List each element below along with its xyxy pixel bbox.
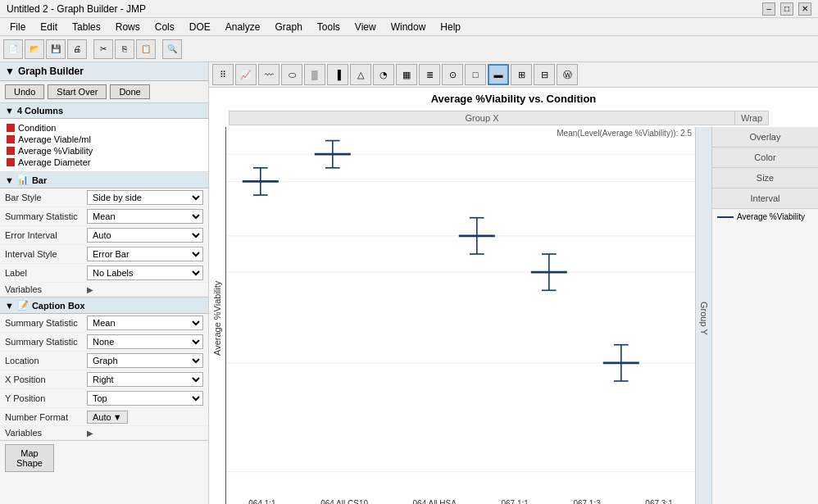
y-position-value[interactable]: Top Bottom Center xyxy=(87,391,203,406)
x-position-label: X Position xyxy=(5,375,87,384)
ellipse-btn[interactable]: ⬭ xyxy=(281,64,302,85)
left-panel: ▼ Graph Builder Undo Start Over Done ▼ 4… xyxy=(0,62,209,504)
close-btn[interactable]: ✕ xyxy=(798,2,811,16)
variables-row: Variables ▶ xyxy=(0,283,208,297)
error-interval-value[interactable]: Auto None Std Dev xyxy=(87,228,203,243)
contour-btn[interactable]: ⊙ xyxy=(442,64,463,85)
col-label-avg-diameter: Average Diameter xyxy=(18,157,90,167)
menu-item-edit[interactable]: Edit xyxy=(34,20,64,34)
scatter-btn[interactable]: ⠿ xyxy=(212,64,234,85)
x-position-value[interactable]: Right Left Center xyxy=(87,372,203,387)
group-x-wrap-row: Group X Wrap xyxy=(229,111,769,125)
graph-builder-header: ▼ Graph Builder xyxy=(0,62,208,81)
col-icon-avg-diameter xyxy=(7,158,15,166)
graph-toolbar: ⠿ 📈 〰 ⬭ ▒ ▐ △ ◔ ▦ ≣ ⊙ □ ▬ ⊞ ⊟ Ⓦ xyxy=(209,62,818,88)
map-shape-button[interactable]: MapShape xyxy=(5,444,54,472)
interval-style-value[interactable]: Error Bar Line Band xyxy=(87,247,203,261)
summary-statistic-value[interactable]: Mean Median Sum xyxy=(87,209,203,224)
y-position-select[interactable]: Top Bottom Center xyxy=(87,391,203,406)
x-tick-2: 064 All HSA xyxy=(413,499,457,504)
col-label-condition: Condition xyxy=(18,123,56,133)
chart-title: Average %Viability vs. Condition xyxy=(209,88,818,107)
group-x-label: Group X xyxy=(229,111,735,125)
overlay-button[interactable]: Overlay xyxy=(712,127,818,148)
menu-item-tables[interactable]: Tables xyxy=(66,20,107,34)
caption-summary2-value[interactable]: None Mean xyxy=(87,334,203,349)
line-btn[interactable]: 📈 xyxy=(235,64,257,85)
interval-button[interactable]: Interval xyxy=(712,188,818,209)
maximize-btn[interactable]: □ xyxy=(780,2,793,16)
bar-style-select[interactable]: Side by side Stacked Clustered xyxy=(87,190,203,205)
caption-summary2-label: Summary Statistic xyxy=(5,337,87,347)
column-avg-viability: Average %Viability xyxy=(7,145,202,157)
pie2-btn[interactable]: ◔ xyxy=(373,64,394,85)
mean-annotation: Mean(Level(Average %Viability)): 2.5 xyxy=(557,129,692,138)
active-bar-btn[interactable]: ▬ xyxy=(488,64,509,85)
auto-label: Auto xyxy=(93,412,111,422)
location-select[interactable]: Graph Outside xyxy=(87,353,203,368)
menu-item-file[interactable]: File xyxy=(3,20,32,34)
menu-item-analyze[interactable]: Analyze xyxy=(219,20,267,34)
column-avg-diameter: Average Diameter xyxy=(7,157,202,168)
box-btn[interactable]: □ xyxy=(465,64,486,85)
auto-button[interactable]: Auto ▼ xyxy=(87,411,128,424)
menu-item-view[interactable]: View xyxy=(348,20,383,34)
size-button[interactable]: Size xyxy=(712,168,818,188)
caption-summary1-select[interactable]: Mean Median xyxy=(87,316,203,330)
menu-item-help[interactable]: Help xyxy=(434,20,467,34)
y-axis-label: Average %Viability xyxy=(209,127,225,504)
menu-item-graph[interactable]: Graph xyxy=(268,20,308,34)
caption-btn[interactable]: ≣ xyxy=(419,64,440,85)
label-select[interactable]: No Labels Values Percents xyxy=(87,266,203,280)
open-btn[interactable]: 📂 xyxy=(25,39,44,59)
new-btn[interactable]: 📄 xyxy=(3,39,23,59)
plot-svg: 93.8 93.7 92.5 91.7 85.6 75.2 xyxy=(226,127,695,504)
histogram2-btn[interactable]: ▐ xyxy=(327,64,348,85)
area2-btn[interactable]: △ xyxy=(350,64,371,85)
bar-style-value[interactable]: Side by side Stacked Clustered xyxy=(87,190,203,205)
menu-item-tools[interactable]: Tools xyxy=(311,20,347,34)
location-value[interactable]: Graph Outside xyxy=(87,353,203,368)
menu-bar: FileEditTablesRowsColsDOEAnalyzeGraphToo… xyxy=(0,18,818,36)
color-button[interactable]: Color xyxy=(712,148,818,168)
caption-summary1-value[interactable]: Mean Median xyxy=(87,316,203,330)
interval-style-select[interactable]: Error Bar Line Band xyxy=(87,247,203,261)
right-panel-top: Overlay Color Size Interval Average %Via… xyxy=(712,127,818,504)
print-btn[interactable]: 🖨 xyxy=(67,39,87,59)
number-format-value[interactable]: Auto ▼ xyxy=(87,411,203,424)
menu-item-rows[interactable]: Rows xyxy=(109,20,147,34)
smooth-btn[interactable]: 〰 xyxy=(258,64,279,85)
heatmap2-btn[interactable]: ▦ xyxy=(396,64,417,85)
menu-item-window[interactable]: Window xyxy=(384,20,433,34)
menu-item-cols[interactable]: Cols xyxy=(148,20,181,34)
paste-btn[interactable]: 📋 xyxy=(136,39,156,59)
col-label-avg-viability: Average %Viability xyxy=(18,146,93,156)
window-controls[interactable]: – □ ✕ xyxy=(762,2,811,16)
map-shape-area: MapShape xyxy=(0,441,208,475)
col-icon-condition xyxy=(7,124,15,132)
triangle-icon-bar: ▼ xyxy=(5,175,14,185)
copy-btn[interactable]: ⎘ xyxy=(115,39,134,59)
done-button[interactable]: Done xyxy=(110,84,149,99)
treemap-btn[interactable]: ⊟ xyxy=(534,64,555,85)
caption-summary2-select[interactable]: None Mean xyxy=(87,334,203,349)
start-over-button[interactable]: Start Over xyxy=(48,84,107,99)
x-position-select[interactable]: Right Left Center xyxy=(87,372,203,387)
cut-btn[interactable]: ✂ xyxy=(93,39,113,59)
density-btn[interactable]: ▒ xyxy=(304,64,325,85)
label-value[interactable]: No Labels Values Percents xyxy=(87,266,203,280)
word-cloud-btn[interactable]: Ⓦ xyxy=(557,64,578,85)
save-btn[interactable]: 💾 xyxy=(46,39,66,59)
minimize-btn[interactable]: – xyxy=(762,2,775,16)
menu-item-doe[interactable]: DOE xyxy=(183,20,217,34)
summary-statistic-select[interactable]: Mean Median Sum xyxy=(87,209,203,224)
table-btn[interactable]: ⊞ xyxy=(511,64,532,85)
col-icon-avg-viability xyxy=(7,147,15,155)
undo-button[interactable]: Undo xyxy=(5,84,44,99)
zoom-btn[interactable]: 🔍 xyxy=(162,39,182,59)
caption-variables-label: Variables xyxy=(5,428,87,438)
location-row: Location Graph Outside xyxy=(0,352,208,370)
error-interval-select[interactable]: Auto None Std Dev xyxy=(87,228,203,243)
main-layout: ▼ Graph Builder Undo Start Over Done ▼ 4… xyxy=(0,62,818,504)
col-label-avg-viable: Average Viable/ml xyxy=(18,134,91,144)
